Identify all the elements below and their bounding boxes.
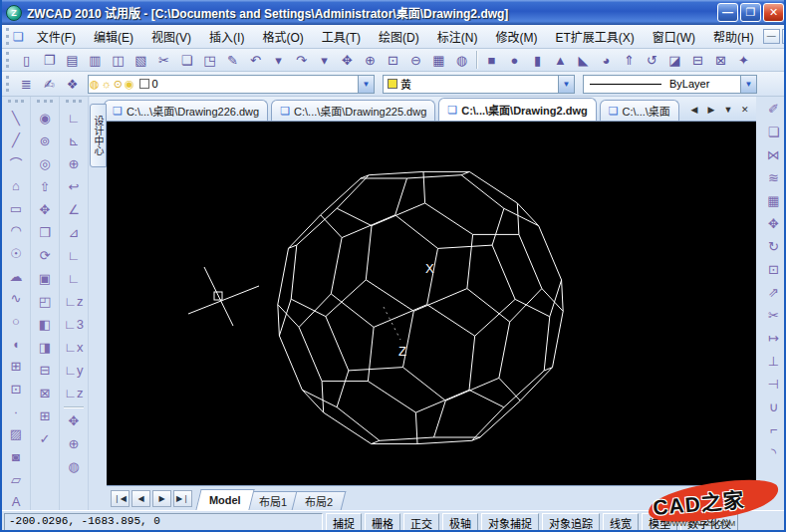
menu-express-tools[interactable]: ET扩展工具(X) [546, 25, 643, 48]
snap-toggle[interactable]: 捕捉 [326, 513, 362, 531]
subtract-icon[interactable]: ◎ [33, 152, 57, 175]
toolbar-drag-handle[interactable] [37, 100, 54, 104]
ucs-origin-icon[interactable]: ∟ [62, 267, 86, 290]
design-center-tab[interactable]: 设计中心 [90, 104, 107, 167]
toolbar-drag-handle[interactable] [8, 100, 25, 104]
tabs-scroll-right-icon[interactable]: ▶ [703, 102, 719, 118]
title-bar[interactable]: Z ZWCAD 2010 试用版 - [C:\Documents and Set… [2, 0, 786, 25]
insert-block-icon[interactable]: ⊞ [4, 355, 28, 378]
color-faces-icon[interactable]: ▣ [33, 267, 57, 290]
menu-window[interactable]: 窗口(W) [644, 25, 704, 48]
otrack-toggle[interactable]: 对象追踪 [542, 513, 600, 531]
make-block-icon[interactable]: ⊡ [4, 378, 28, 400]
rectangle-icon[interactable]: ▭ [4, 197, 28, 220]
spline-icon[interactable]: ∿ [4, 287, 28, 310]
toolbar-drag-handle[interactable] [66, 100, 83, 104]
cut-icon[interactable]: ✂ [152, 50, 175, 71]
print-preview-icon[interactable]: ◫ [107, 50, 130, 71]
ucs-previous-icon[interactable]: ↩ [62, 175, 86, 198]
menu-modify[interactable]: 修改(M) [486, 25, 546, 48]
ortho-toggle[interactable]: 正交 [403, 513, 439, 531]
orbit-icon[interactable]: ◍ [62, 455, 86, 478]
zoom-window-icon[interactable]: ⊡ [382, 50, 404, 71]
layer-states-icon[interactable]: ✍ [38, 74, 61, 95]
regen-icon[interactable]: ◍ [450, 50, 473, 71]
open-icon[interactable]: ❐ [38, 50, 61, 71]
mdi-restore-button[interactable]: ❐ [782, 29, 786, 44]
menu-help[interactable]: 帮助(H) [704, 25, 763, 48]
trim-icon[interactable]: ✂ [762, 304, 786, 327]
zoom-previous-icon[interactable]: ⊖ [404, 50, 427, 71]
lineweight-toggle[interactable]: 线宽 [603, 513, 639, 531]
stretch-icon[interactable]: ⇗ [762, 281, 786, 304]
menu-dimension[interactable]: 标注(N) [428, 25, 487, 48]
chevron-down-icon[interactable]: ▼ [740, 76, 756, 93]
section-plane-icon[interactable]: ⊟ [33, 359, 57, 382]
chevron-down-icon[interactable]: ▼ [358, 76, 374, 93]
undo-dropdown-icon[interactable]: ▾ [267, 50, 290, 71]
ucs-zaxis-icon[interactable]: ∟z [62, 290, 86, 313]
next-tab-icon[interactable]: ▶ [152, 490, 171, 507]
break-point-icon[interactable]: ⊥ [762, 350, 786, 373]
hatch-icon[interactable]: ▨ [4, 422, 28, 445]
minimize-button[interactable]: — [717, 3, 738, 22]
ucs-z-icon[interactable]: ∟z [62, 382, 86, 404]
circle-icon[interactable]: ☉ [4, 242, 28, 265]
join-icon[interactable]: ∪ [762, 396, 786, 418]
toolbar-drag-handle[interactable] [6, 52, 11, 67]
redo-dropdown-icon[interactable]: ▾ [313, 50, 336, 71]
union-icon[interactable]: ◉ [33, 107, 57, 130]
model-space-canvas[interactable]: X Z [107, 122, 756, 485]
tabs-menu-icon[interactable]: ▼ [720, 102, 736, 118]
toolbar-drag-handle[interactable] [6, 76, 11, 93]
prev-tab-icon[interactable]: ◀ [131, 490, 150, 507]
extrude-icon[interactable]: ⇑ [618, 50, 641, 71]
pan-realtime-icon[interactable]: ✥ [336, 50, 359, 71]
menu-tools[interactable]: 工具(T) [313, 25, 370, 48]
menu-format[interactable]: 格式(O) [253, 25, 312, 48]
ucs-y-icon[interactable]: ∟y [62, 359, 86, 382]
scale-icon[interactable]: ⊡ [762, 258, 786, 281]
zoom-icon[interactable]: ⊕ [62, 432, 86, 455]
imprint-icon[interactable]: ◨ [33, 336, 57, 359]
copy-clip-icon[interactable]: ❏ [175, 50, 198, 71]
extend-icon[interactable]: ↦ [762, 327, 786, 350]
tabs-close-icon[interactable]: ✕ [737, 102, 753, 118]
ellipse-icon[interactable]: ○ [4, 310, 28, 333]
revcloud-icon[interactable]: ☁ [4, 265, 28, 288]
publish-icon[interactable]: ▧ [130, 50, 152, 71]
layer-properties-icon[interactable]: ≣ [15, 74, 38, 95]
save-icon[interactable]: ▤ [61, 50, 84, 71]
tab-drawing226[interactable]: ❏C:\...\桌面\Drawing226.dwg [104, 100, 268, 121]
clean-icon[interactable]: ✓ [33, 427, 57, 450]
tab-layout2[interactable]: 布局2 [292, 491, 347, 510]
taper-faces-icon[interactable]: ◰ [33, 290, 57, 313]
arc-icon[interactable]: ◠ [4, 219, 28, 242]
mdi-minimize-button[interactable]: — [763, 29, 780, 44]
polyline-icon[interactable]: ⌒ [4, 151, 28, 174]
pan-icon[interactable]: ✥ [62, 409, 86, 432]
menu-file[interactable]: 文件(F) [28, 25, 85, 48]
linetype-dropdown[interactable]: ByLayer ▼ [583, 75, 757, 94]
copy-icon[interactable]: ❏ [762, 121, 786, 143]
mirror-icon[interactable]: ⋈ [762, 143, 786, 166]
ellipse-arc-icon[interactable]: ◖ [4, 333, 28, 356]
solid-cylinder-icon[interactable]: ▮ [526, 50, 549, 71]
solid-torus-icon[interactable]: ◕ [595, 50, 618, 71]
layer-dropdown[interactable]: ◍☼⊙◉ 0 ▼ [88, 75, 375, 94]
line-icon[interactable]: ╲ [4, 107, 28, 130]
render-star-icon[interactable]: ✦ [732, 50, 755, 71]
extrude-faces-icon[interactable]: ⇧ [33, 175, 57, 198]
ucs-dialog-icon[interactable]: ⊾ [62, 130, 86, 152]
last-tab-icon[interactable]: ▶❘ [173, 490, 192, 507]
tab-model[interactable]: Model [195, 489, 254, 510]
tab-drawing2[interactable]: ❏C:\...\桌面\Drawing2.dwg [438, 98, 596, 121]
chamfer-icon[interactable]: ⌐ [762, 418, 786, 441]
tab-drawing-more[interactable]: ❏C:\...\桌面 [600, 100, 679, 121]
undo-icon[interactable]: ↶ [244, 50, 267, 71]
polygon-icon[interactable]: ⌂ [4, 174, 28, 197]
menu-insert[interactable]: 插入(I) [200, 25, 253, 48]
revolve-icon[interactable]: ↺ [641, 50, 663, 71]
menu-draw[interactable]: 绘图(D) [370, 25, 428, 48]
ucs-x-icon[interactable]: ∟x [62, 336, 86, 359]
